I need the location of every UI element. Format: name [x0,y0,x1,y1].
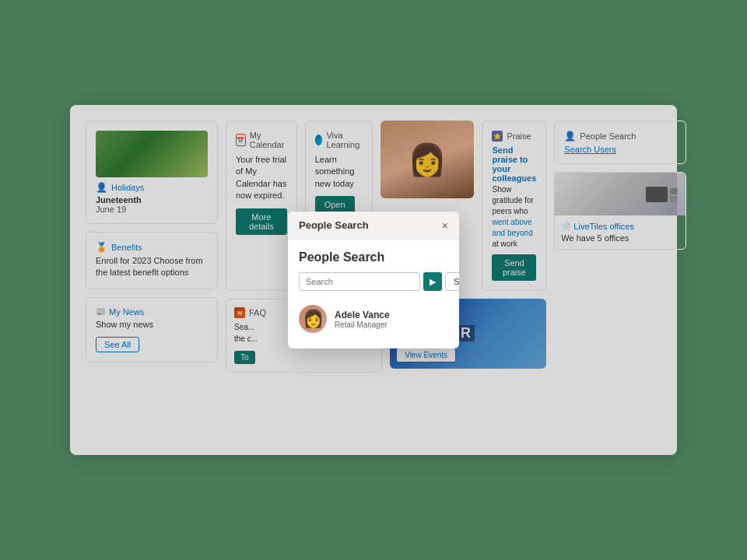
modal-title: People Search [299,219,369,231]
modal-overlay: People Search × People Search ▶ Search 👩… [70,105,677,455]
modal-header: People Search × [288,212,459,240]
result-avatar: 👩 [299,305,327,333]
people-search-modal: People Search × People Search ▶ Search 👩… [288,212,459,348]
search-result-row: 👩 Adele Vance Retail Manager [299,300,448,338]
modal-search-row: ▶ Search [299,272,448,291]
modal-search-button[interactable]: Search [445,272,459,291]
modal-arrow-button[interactable]: ▶ [423,272,442,291]
main-container: 👤 Holidays Juneteenth June 19 🏅 Benefits… [70,105,677,455]
result-info: Adele Vance Retail Manager [335,310,390,329]
modal-body: People Search ▶ Search 👩 Adele Vance Ret… [288,240,459,348]
modal-heading: People Search [299,250,448,264]
modal-close-button[interactable]: × [442,220,448,231]
modal-search-input[interactable] [299,272,420,291]
result-name: Adele Vance [335,310,390,320]
result-job-title: Retail Manager [335,320,390,329]
